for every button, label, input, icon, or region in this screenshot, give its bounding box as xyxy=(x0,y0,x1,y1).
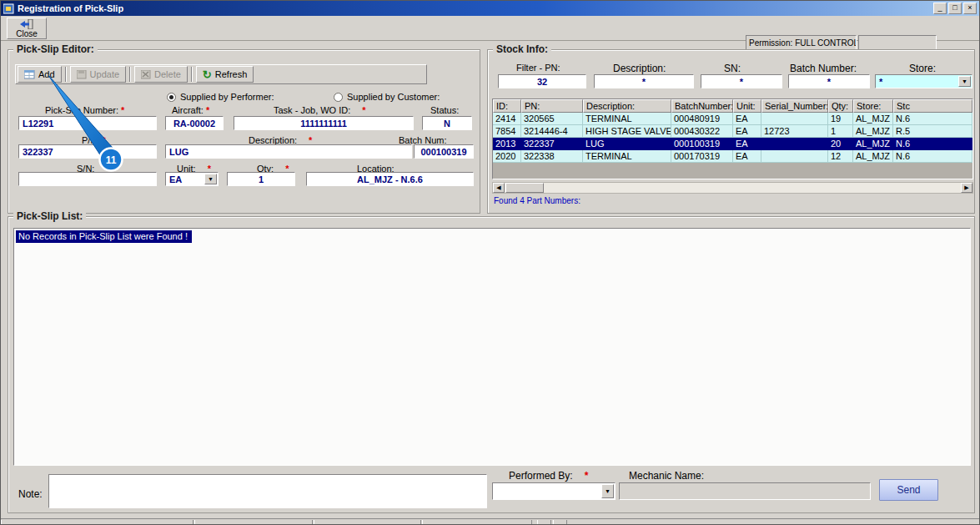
task-label: Task - Job, WO ID:* xyxy=(274,105,366,115)
column-header-batchnumber[interactable]: BatchNumber: xyxy=(671,99,733,113)
mechanic-name-field[interactable] xyxy=(619,482,871,500)
filter-batch-input[interactable]: * xyxy=(788,74,870,88)
filter-store-combo[interactable]: * ▼ xyxy=(875,74,972,88)
performed-by-label: Performed By:* xyxy=(509,470,588,482)
pn-field[interactable]: 322337 xyxy=(18,144,157,159)
filter-sn-label: SN: xyxy=(724,63,741,74)
filter-description-label: Description: xyxy=(613,63,666,74)
qty-field[interactable]: 1 xyxy=(227,172,295,186)
location-field[interactable]: AL_MJZ - N.6.6 xyxy=(306,172,474,186)
required-asterisk: * xyxy=(206,105,209,115)
unit-combo[interactable]: EA ▼ xyxy=(165,172,219,186)
status-label: Status: xyxy=(430,105,459,115)
editor-group-title: Pick-Slip Editor: xyxy=(13,43,98,55)
table-horizontal-scrollbar[interactable]: ◀ ▶ xyxy=(492,182,973,194)
refresh-button-label: Refresh xyxy=(215,69,248,79)
taskbar-segment[interactable] xyxy=(314,520,421,525)
column-header-id[interactable]: ID: xyxy=(493,99,521,113)
stock-table: ID: PN: Description: BatchNumber: Unit: … xyxy=(492,98,973,179)
column-header-store[interactable]: Store: xyxy=(853,99,893,113)
title-bar[interactable]: Registration of Pick-Slip _ □ × xyxy=(1,1,979,16)
pick-slip-number-label: Pick-Slip Number:* xyxy=(45,105,124,115)
permission-box: Permission: FULL CONTROL xyxy=(746,35,857,50)
column-header-description[interactable]: Description: xyxy=(583,99,671,113)
radio-supplied-by-performer[interactable]: Supplied by Performer: xyxy=(167,92,274,102)
column-header-pn[interactable]: PN: xyxy=(521,99,583,113)
delete-button-label: Delete xyxy=(154,69,181,79)
table-row[interactable]: 2414 320565 TERMINAL 000480919 EA 19 AL_… xyxy=(493,113,972,125)
table-row[interactable]: 2020 322338 TERMINAL 000170319 EA 12 AL_… xyxy=(493,150,972,163)
radio-customer-label: Supplied by Customer: xyxy=(347,92,440,102)
permission-label: Permission: xyxy=(749,38,792,48)
add-button-label: Add xyxy=(38,69,55,79)
taskbar-sliver xyxy=(1,518,979,525)
column-header-stc[interactable]: Stc xyxy=(893,99,972,113)
pick-slip-listbox[interactable]: No Records in Pick-Slip List were Found … xyxy=(13,228,971,466)
mechanic-name-label: Mechanic Name: xyxy=(629,470,704,482)
radio-performer-label: Supplied by Performer: xyxy=(180,92,274,102)
pick-slip-list-group: Pick-Slip List: No Records in Pick-Slip … xyxy=(8,216,975,513)
refresh-button[interactable]: ↻ Refresh xyxy=(196,66,254,83)
sn-field[interactable] xyxy=(18,172,157,186)
window-title: Registration of Pick-Slip xyxy=(18,3,123,13)
batch-num-field[interactable]: 000100319 xyxy=(414,144,474,159)
taskbar-segment[interactable] xyxy=(422,520,532,525)
update-button-label: Update xyxy=(90,69,119,79)
note-label: Note: xyxy=(18,488,43,500)
permission-extra-field xyxy=(858,35,937,50)
taskbar-segment[interactable] xyxy=(553,520,567,525)
aircraft-field[interactable]: RA-00002 xyxy=(165,116,224,130)
permission-value: FULL CONTROL xyxy=(795,38,857,48)
radio-circle-icon xyxy=(334,93,343,102)
filter-batch-label: Batch Number: xyxy=(790,63,857,74)
minimize-button[interactable]: _ xyxy=(933,3,947,14)
status-field[interactable]: N xyxy=(422,116,472,130)
editor-toolbar: Add Update Delete ↻ xyxy=(15,64,427,84)
delete-button[interactable]: Delete xyxy=(134,66,188,83)
task-field[interactable]: 1111111111 xyxy=(234,116,414,130)
scroll-right-icon[interactable]: ▶ xyxy=(961,183,972,193)
column-header-unit[interactable]: Unit: xyxy=(733,99,761,113)
add-icon xyxy=(24,70,35,79)
close-button-label: Close xyxy=(16,29,38,38)
window-close-button[interactable]: × xyxy=(963,3,977,14)
send-button[interactable]: Send xyxy=(879,479,938,501)
performed-by-combo[interactable]: ▼ xyxy=(492,482,616,500)
column-header-serial[interactable]: Serial_Number: xyxy=(761,99,828,113)
maximize-button[interactable]: □ xyxy=(948,3,962,14)
taskbar-segment[interactable] xyxy=(194,520,313,525)
filter-description-input[interactable]: * xyxy=(594,74,694,88)
app-icon xyxy=(3,3,14,14)
filter-sn-input[interactable]: * xyxy=(701,74,782,88)
chevron-down-icon[interactable]: ▼ xyxy=(601,484,614,498)
filter-pn-input[interactable]: 32 xyxy=(498,74,586,88)
delete-icon xyxy=(141,70,151,79)
table-row-selected[interactable]: 2013 322337 LUG 000100319 EA 20 AL_MJZ N… xyxy=(493,138,972,150)
pick-slip-number-field[interactable]: L12291 xyxy=(18,116,157,130)
table-row[interactable]: 7854 3214446-4 HIGH STAGE VALVE 00043032… xyxy=(493,125,972,138)
chevron-down-icon[interactable]: ▼ xyxy=(204,174,217,184)
aircraft-label: Aircraft:* xyxy=(172,105,209,115)
application-window: Registration of Pick-Slip _ □ × Close Pe… xyxy=(0,0,980,525)
scroll-left-icon[interactable]: ◀ xyxy=(493,183,505,193)
stock-info-group: Stock Info: Filter - PN: Description: SN… xyxy=(487,49,975,214)
empty-list-message[interactable]: No Records in Pick-Slip List were Found … xyxy=(16,230,192,243)
close-button[interactable]: Close xyxy=(7,18,47,39)
scrollbar-thumb[interactable] xyxy=(505,183,544,193)
update-button[interactable]: Update xyxy=(70,66,126,83)
radio-circle-icon xyxy=(167,93,176,102)
update-icon xyxy=(77,70,87,79)
taskbar-segment[interactable] xyxy=(1,520,193,525)
description-field[interactable]: LUG xyxy=(165,144,412,159)
filter-pn-label: Filter - PN: xyxy=(516,63,560,73)
list-group-title: Pick-Slip List: xyxy=(13,210,86,222)
column-header-qty[interactable]: Qty: xyxy=(828,99,853,113)
stock-group-title: Stock Info: xyxy=(493,43,551,55)
taskbar-segment[interactable] xyxy=(537,520,551,525)
chevron-down-icon[interactable]: ▼ xyxy=(958,76,971,87)
radio-supplied-by-customer[interactable]: Supplied by Customer: xyxy=(334,92,440,102)
toolbar-separator xyxy=(191,67,193,82)
note-input[interactable] xyxy=(48,474,487,508)
add-button[interactable]: Add xyxy=(18,66,62,83)
required-asterisk: * xyxy=(121,105,124,115)
